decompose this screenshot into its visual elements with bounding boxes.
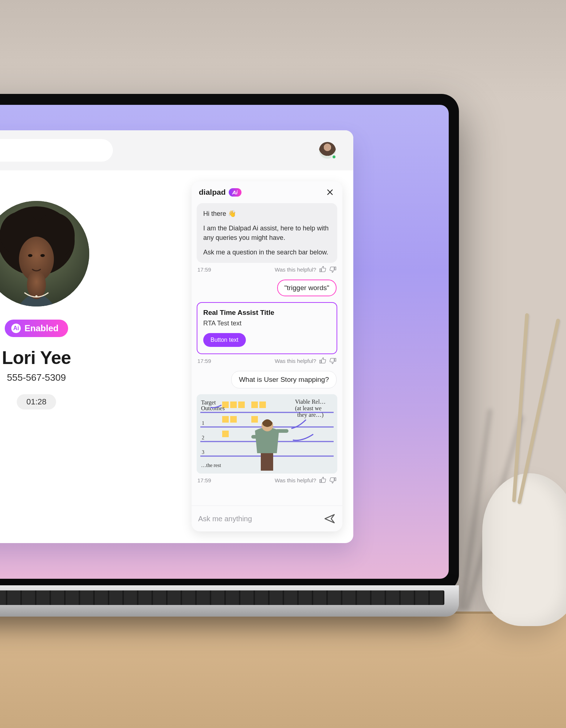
brand-ai-badge: Ai	[229, 188, 241, 197]
svg-rect-28	[275, 429, 288, 433]
img-label-right: Viable Rel…	[295, 399, 326, 405]
user-message: What is User Story mapping?	[231, 371, 337, 388]
svg-rect-16	[238, 401, 245, 408]
contact-panel: Ai Enabled Lori Yee 555-567-5309 01:28	[0, 170, 146, 543]
call-timer: 01:28	[17, 394, 56, 410]
result-image: Target Outcomes Viable Rel… (at least we…	[197, 394, 337, 474]
rta-card: Real Time Assist Title RTA Test text But…	[197, 302, 337, 354]
thumbs-down-icon[interactable]	[329, 266, 337, 273]
img-label-right3: they are…)	[297, 412, 323, 418]
svg-rect-18	[259, 401, 266, 408]
svg-point-6	[28, 254, 32, 257]
timestamp: 17:59	[197, 266, 211, 273]
app-topbar	[0, 130, 353, 170]
svg-point-7	[40, 254, 45, 257]
message-meta: 17:59 Was this helpful?	[197, 476, 337, 484]
current-user-avatar[interactable]	[319, 142, 336, 159]
svg-rect-22	[222, 431, 229, 437]
thumbs-up-icon[interactable]	[319, 476, 326, 484]
thumbs-up-icon[interactable]	[319, 357, 326, 364]
thumbs-down-icon[interactable]	[329, 357, 337, 364]
svg-rect-20	[230, 416, 237, 423]
decor-vase	[482, 473, 566, 626]
ai-assist-header: dialpad Ai	[192, 181, 342, 203]
bot-line: Hi there 👋	[203, 209, 331, 218]
svg-rect-21	[251, 416, 258, 423]
message-meta: 17:59 Was this helpful?	[197, 357, 337, 364]
bot-line: I am the Dialpad Ai assist, here to help…	[203, 223, 331, 242]
ai-assist-input-row	[192, 506, 342, 531]
ai-badge-label: Enabled	[24, 323, 58, 333]
helpful-label: Was this helpful?	[275, 477, 316, 483]
user-message: "trigger words"	[277, 280, 337, 296]
svg-rect-17	[251, 401, 258, 408]
ai-assist-panel: dialpad Ai Hi there 👋 I am the Dialpad A…	[192, 181, 342, 531]
send-icon[interactable]	[323, 513, 336, 525]
bot-line: Ask me a question in the search bar belo…	[203, 248, 331, 257]
close-icon	[326, 188, 334, 196]
contact-phone: 555-567-5309	[7, 372, 66, 383]
app-window: Ai Enabled Lori Yee 555-567-5309 01:28 d…	[0, 130, 353, 543]
svg-text:3: 3	[202, 450, 204, 455]
contact-name: Lori Yee	[2, 347, 71, 368]
search-input[interactable]	[0, 139, 113, 162]
close-button[interactable]	[325, 187, 335, 197]
svg-point-8	[35, 295, 38, 297]
svg-point-5	[27, 270, 46, 299]
contact-avatar	[0, 201, 89, 306]
timestamp: 17:59	[197, 358, 211, 364]
ai-assist-body: Hi there 👋 I am the Dialpad Ai assist, h…	[192, 203, 342, 506]
ai-assist-input[interactable]	[198, 515, 319, 523]
laptop-screen: Ai Enabled Lori Yee 555-567-5309 01:28 d…	[0, 105, 449, 579]
helpful-label: Was this helpful?	[275, 358, 316, 364]
rta-title: Real Time Assist Title	[203, 309, 331, 317]
brand-name: dialpad	[199, 188, 226, 197]
svg-rect-19	[222, 416, 229, 423]
thumbs-down-icon[interactable]	[329, 476, 337, 484]
helpful-label: Was this helpful?	[275, 266, 316, 273]
img-label-bottom: …the rest	[201, 463, 221, 468]
svg-rect-15	[230, 401, 237, 408]
svg-rect-26	[261, 452, 273, 471]
presence-indicator	[331, 154, 337, 159]
svg-text:2: 2	[202, 435, 204, 440]
app-main: Ai Enabled Lori Yee 555-567-5309 01:28 d…	[0, 170, 353, 543]
ai-enabled-badge[interactable]: Ai Enabled	[5, 320, 68, 337]
svg-rect-29	[251, 435, 262, 439]
rta-button[interactable]: Button text	[203, 333, 246, 347]
timestamp: 17:59	[197, 477, 211, 483]
bot-message: Hi there 👋 I am the Dialpad Ai assist, h…	[197, 203, 337, 263]
brand: dialpad Ai	[199, 188, 241, 197]
rta-text: RTA Test text	[203, 320, 331, 327]
scene-desk	[0, 612, 566, 728]
laptop-keyboard	[0, 590, 444, 605]
message-meta: 17:59 Was this helpful?	[197, 266, 337, 273]
scene-wall-shade	[0, 0, 566, 102]
ai-badge-icon: Ai	[11, 324, 21, 333]
img-label-right2: (at least we	[295, 405, 322, 412]
svg-text:1: 1	[202, 420, 204, 426]
thumbs-up-icon[interactable]	[319, 266, 326, 273]
